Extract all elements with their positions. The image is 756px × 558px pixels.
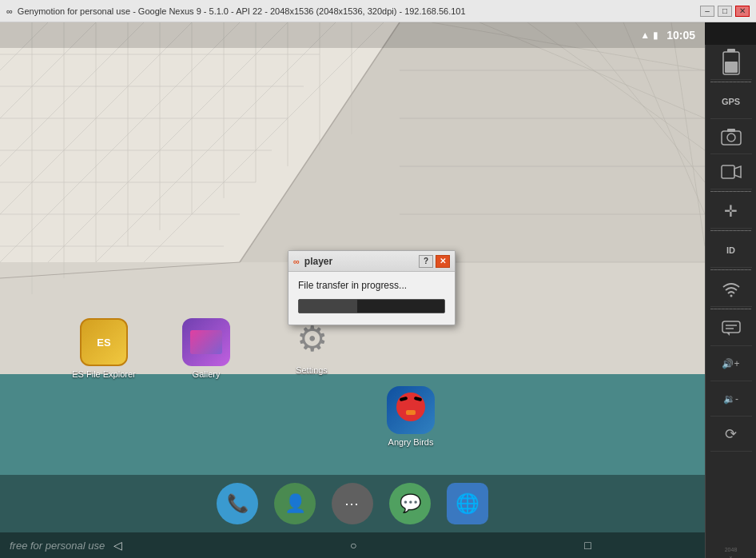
dialog-body: File transfer in progress... bbox=[288, 272, 455, 325]
dialog-controls: ? ✕ bbox=[419, 255, 450, 268]
dialog-titlebar: ∞ player ? ✕ bbox=[288, 251, 455, 272]
maximize-button[interactable]: □ bbox=[718, 6, 732, 17]
apps-icon: ⋯ bbox=[344, 495, 360, 512]
volume-up-sidebar-button[interactable]: 🔊+ bbox=[710, 346, 752, 381]
battery-sidebar-button[interactable] bbox=[710, 45, 752, 80]
dialog-logo: ∞ bbox=[293, 257, 300, 266]
es-file-explorer-icon[interactable]: ES ES File Explorer bbox=[72, 318, 136, 379]
messages-taskbar-icon[interactable]: 💬 bbox=[389, 483, 431, 524]
window-title: Genymotion for personal use - Google Nex… bbox=[18, 6, 466, 16]
right-sidebar: GPS ✛ ID bbox=[705, 45, 756, 558]
file-transfer-message: File transfer in progress... bbox=[298, 280, 445, 291]
status-icons: ▲ ▮ 10:05 bbox=[640, 29, 695, 42]
svg-rect-50 bbox=[727, 129, 735, 132]
sidebar-divider-3 bbox=[710, 230, 750, 231]
video-icon bbox=[721, 164, 742, 180]
video-sidebar-button[interactable] bbox=[710, 154, 752, 189]
apps-taskbar-icon[interactable]: ⋯ bbox=[332, 483, 373, 524]
gallery-label: Gallery bbox=[193, 369, 221, 379]
free-label: free for personal use bbox=[10, 540, 105, 552]
gallery-icon-item[interactable]: Gallery bbox=[174, 318, 238, 379]
dialog-close-button[interactable]: ✕ bbox=[436, 255, 450, 268]
camera-icon bbox=[721, 128, 742, 145]
wifi-signal-icon: ▲ bbox=[640, 30, 650, 41]
progress-bar-fill bbox=[299, 300, 357, 313]
status-time: 10:05 bbox=[666, 29, 695, 42]
chat-icon bbox=[722, 321, 741, 337]
id-sidebar-button[interactable]: ID bbox=[710, 233, 752, 268]
dialog-title-left: ∞ player bbox=[293, 256, 332, 267]
status-bar: ▲ ▮ 10:05 bbox=[0, 22, 705, 48]
messages-icon: 💬 bbox=[400, 493, 421, 514]
file-transfer-dialog: ∞ player ? ✕ File transfer in progress..… bbox=[288, 250, 456, 325]
svg-rect-51 bbox=[722, 165, 734, 178]
svg-marker-52 bbox=[734, 166, 741, 177]
volume-down-sidebar-button[interactable]: 🔉- bbox=[710, 381, 752, 417]
navigate-sidebar-button[interactable]: ✛ bbox=[710, 193, 752, 229]
angry-birds-icon-item[interactable]: Angry Birds bbox=[379, 386, 443, 447]
browser-taskbar-icon[interactable]: 🌐 bbox=[447, 483, 488, 524]
dialog-help-button[interactable]: ? bbox=[419, 255, 433, 268]
sidebar-divider-1 bbox=[710, 82, 750, 82]
phone-taskbar-icon[interactable]: 📞 bbox=[217, 483, 258, 524]
contacts-icon: 👤 bbox=[284, 493, 306, 514]
taskbar: 📞 👤 ⋯ 💬 🌐 bbox=[0, 475, 705, 532]
camera-sidebar-button[interactable] bbox=[710, 119, 752, 154]
gps-sidebar-button[interactable]: GPS bbox=[710, 84, 752, 119]
contacts-taskbar-icon[interactable]: 👤 bbox=[274, 483, 316, 524]
title-left: ∞ Genymotion for personal use - Google N… bbox=[6, 6, 466, 16]
phone-icon: 📞 bbox=[227, 493, 249, 514]
es-file-explorer-label: ES File Explorer bbox=[72, 369, 135, 379]
chat-sidebar-button[interactable] bbox=[710, 311, 752, 346]
close-button[interactable]: ✕ bbox=[735, 6, 750, 17]
sidebar-divider-4 bbox=[710, 269, 750, 270]
sidebar-divider-5 bbox=[710, 309, 750, 309]
svg-rect-47 bbox=[725, 62, 738, 73]
battery-status-icon: ▮ bbox=[653, 30, 659, 41]
android-screen: ▲ ▮ 10:05 ES ES File Explorer Gallery bbox=[0, 22, 705, 558]
wifi-sidebar-button[interactable] bbox=[710, 272, 752, 307]
svg-rect-54 bbox=[722, 321, 740, 333]
wifi-icon bbox=[722, 281, 741, 298]
browser-icon: 🌐 bbox=[456, 492, 479, 515]
home-button[interactable]: ○ bbox=[334, 536, 372, 555]
battery-icon bbox=[722, 49, 740, 76]
es-icon-label: ES bbox=[97, 337, 110, 349]
dialog-title: player bbox=[304, 256, 332, 267]
angry-birds-label: Angry Birds bbox=[388, 437, 434, 447]
rotate-sidebar-button[interactable]: ⟳ bbox=[710, 417, 752, 452]
svg-point-53 bbox=[730, 294, 732, 297]
resolution-info: 2048x1536320 bbox=[723, 543, 739, 558]
nav-bar: ◁ ○ □ bbox=[0, 532, 705, 558]
genymotion-logo: ∞ bbox=[6, 6, 13, 16]
window-controls: – □ ✕ bbox=[700, 6, 750, 17]
minimize-button[interactable]: – bbox=[700, 6, 714, 17]
title-bar: ∞ Genymotion for personal use - Google N… bbox=[0, 0, 756, 22]
settings-label: Settings bbox=[296, 365, 328, 375]
sidebar-divider-2 bbox=[710, 191, 750, 192]
svg-point-49 bbox=[727, 134, 735, 141]
progress-bar-container bbox=[298, 299, 445, 313]
recent-button[interactable]: □ bbox=[568, 536, 607, 555]
